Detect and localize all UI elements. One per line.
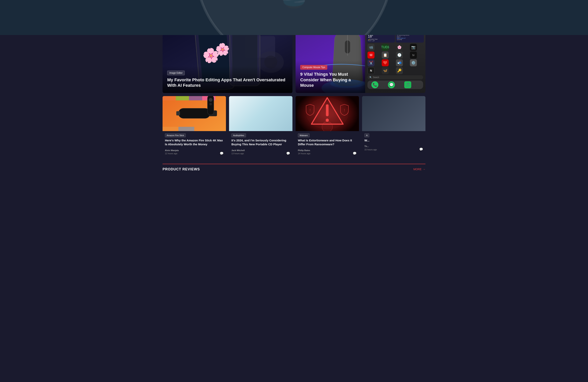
malware-tag: Malware bbox=[298, 133, 310, 137]
svg-rect-19 bbox=[176, 96, 189, 100]
svg-rect-22 bbox=[163, 127, 178, 131]
malware-title: What Is Extortionware and How Does It Di… bbox=[295, 138, 359, 148]
article-card-4[interactable]: 💡 A W... Th... 15 hours ago 💬 bbox=[362, 96, 425, 158]
placeholder-image: 💡 bbox=[362, 96, 425, 131]
article-card-malware[interactable]: ! ! Malware What Is Extortionware and Ho… bbox=[295, 96, 359, 158]
iphone-mockup: 11:03 📶 🔋 Scarborough ↑ 18° 🌙 Mostly Cle… bbox=[365, 27, 425, 93]
article4-tag-wrap: A bbox=[362, 131, 425, 138]
firestick-author: Alvin Wanjala 12 hours ago bbox=[165, 149, 179, 155]
article4-meta: Th... 15 hours ago 💬 bbox=[362, 144, 425, 153]
article-card-firestick[interactable]: Amazon Fire Stick Here's Why the Amazon … bbox=[163, 96, 226, 158]
audiophile-tag-wrap: Audiophiles bbox=[229, 131, 293, 138]
article4-title: W... bbox=[362, 138, 425, 144]
malware-tag-wrap: Malware bbox=[295, 131, 359, 138]
svg-text:🌸: 🌸 bbox=[202, 46, 220, 64]
malware-image: ! ! bbox=[295, 96, 359, 131]
svg-rect-18 bbox=[163, 96, 176, 100]
comment-icon-1: 💬 bbox=[286, 151, 290, 155]
svg-rect-20 bbox=[189, 96, 202, 100]
article-1-info: Image Editor My Favorite Photo Editing A… bbox=[163, 66, 293, 93]
article-2-info: Computer Mouse Tips 9 Vital Things You M… bbox=[295, 60, 365, 93]
featured-article-2[interactable]: 11:03 📶 🔋 Scarborough ↑ 18° 🌙 Mostly Cle… bbox=[295, 27, 425, 93]
audiophile-title: It's 2024, and I'm Seriously Considering… bbox=[229, 138, 293, 148]
svg-rect-23 bbox=[178, 127, 194, 131]
svg-point-25 bbox=[209, 98, 212, 102]
comment-icon-3: 💬 bbox=[419, 148, 423, 151]
article-1-title: My Favorite Photo Editing Apps That Aren… bbox=[167, 77, 288, 88]
bottom-articles-grid: Amazon Fire Stick Here's Why the Amazon … bbox=[163, 96, 425, 158]
firestick-tag: Amazon Fire Stick bbox=[165, 133, 186, 137]
article4-author: Th... 15 hours ago bbox=[364, 145, 377, 151]
product-reviews-more[interactable]: MORE → bbox=[413, 168, 425, 171]
featured-article-1[interactable]: 🌸 Image Editor My Favorite Photo Editing… bbox=[163, 27, 293, 93]
svg-point-26 bbox=[209, 103, 212, 106]
svg-point-44 bbox=[306, 98, 348, 129]
article-2-tag: Computer Mouse Tips bbox=[300, 65, 327, 70]
malware-author: Philip Bates 14 hours ago bbox=[298, 149, 310, 155]
product-reviews-header: PRODUCT REVIEWS MORE → bbox=[163, 164, 425, 173]
featured-grid: 🌸 Image Editor My Favorite Photo Editing… bbox=[163, 27, 425, 93]
article4-tag: A bbox=[364, 133, 369, 137]
firestick-title: Here's Why the Amazon Fire Stick 4K Max … bbox=[163, 138, 226, 148]
main-content: 🌸 Image Editor My Favorite Photo Editing… bbox=[158, 23, 430, 177]
audiophile-tag: Audiophiles bbox=[231, 133, 246, 137]
article-card-audiophile[interactable]: Audiophiles It's 2024, and I'm Seriously… bbox=[229, 96, 293, 158]
comment-icon-2: 💬 bbox=[353, 151, 357, 155]
firestick-tag-wrap: Amazon Fire Stick bbox=[163, 131, 226, 138]
article-2-title: 9 Vital Things You Must Consider When Bu… bbox=[300, 72, 360, 88]
firestick-meta: Alvin Wanjala 12 hours ago 💬 bbox=[163, 148, 226, 158]
svg-rect-17 bbox=[176, 111, 180, 116]
article-1-tag: Image Editor bbox=[167, 71, 185, 75]
malware-meta: Philip Bates 14 hours ago 💬 bbox=[295, 148, 359, 158]
firestick-image bbox=[163, 96, 226, 131]
comment-icon-0: 💬 bbox=[220, 151, 224, 155]
audiophile-image bbox=[229, 96, 293, 131]
svg-rect-15 bbox=[178, 108, 210, 118]
audiophile-author: Jack Mitchell 13 hours ago bbox=[231, 149, 245, 155]
product-reviews-title: PRODUCT REVIEWS bbox=[163, 167, 200, 171]
audiophile-meta: Jack Mitchell 13 hours ago 💬 bbox=[229, 148, 293, 158]
